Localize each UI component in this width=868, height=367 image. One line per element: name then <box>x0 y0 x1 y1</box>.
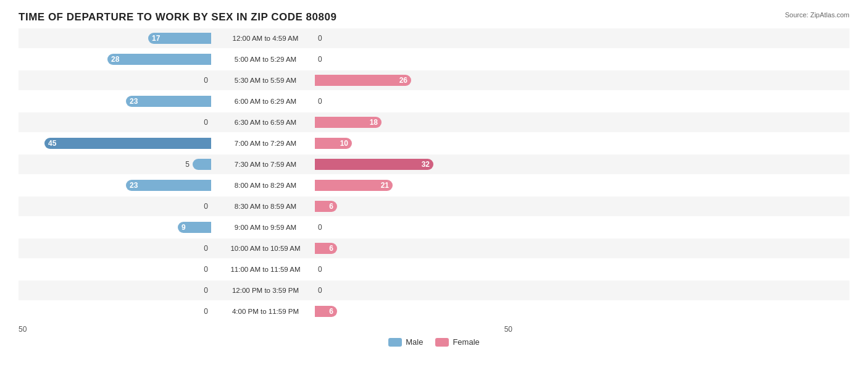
axis-right: 50 <box>315 325 512 334</box>
right-section: 18 <box>315 117 512 128</box>
bar-row: 0 4:00 PM to 11:59 PM 6 <box>19 302 849 321</box>
time-label: 4:00 PM to 11:59 PM <box>216 308 315 315</box>
male-bar-wrap: 45 <box>26 138 211 149</box>
female-value-inside: 6 <box>325 307 337 316</box>
bar-row: 9 9:00 AM to 9:59 AM 0 <box>19 217 849 237</box>
female-bar-wrap: 21 <box>315 180 500 191</box>
male-value: 0 <box>196 307 211 316</box>
time-label: 9:00 AM to 9:59 AM <box>216 224 315 231</box>
time-label: 11:00 AM to 11:59 AM <box>216 266 315 273</box>
female-bar: 6 <box>315 201 337 212</box>
bar-row: 28 5:00 AM to 5:29 AM 0 <box>19 49 849 69</box>
chart-container: TIME OF DEPARTURE TO WORK BY SEX IN ZIP … <box>0 0 868 367</box>
female-bar-wrap: 6 <box>315 201 500 212</box>
legend-female: Female <box>435 337 479 347</box>
bar-row: 5 7:30 AM to 7:59 AM 32 <box>19 154 849 174</box>
legend-male-label: Male <box>406 337 423 347</box>
bar-row: 45 7:00 AM to 7:29 AM 10 <box>19 133 849 153</box>
male-value-inside: 9 <box>178 223 190 232</box>
male-value: 0 <box>196 118 211 127</box>
bar-row: 23 6:00 AM to 6:29 AM 0 <box>19 91 849 111</box>
female-bar: 21 <box>315 180 393 191</box>
legend-male: Male <box>388 337 423 347</box>
female-value-inside: 32 <box>418 160 433 169</box>
legend-male-box <box>388 338 402 347</box>
female-value-inside: 21 <box>377 181 393 190</box>
male-bar-wrap: 0 <box>26 307 211 316</box>
right-section: 0 <box>315 97 512 106</box>
bar-row: 23 8:00 AM to 8:29 AM 21 <box>19 175 849 195</box>
axis-right-label: 50 <box>504 325 512 334</box>
right-section: 10 <box>315 138 512 149</box>
time-label: 6:30 AM to 6:59 AM <box>216 119 315 126</box>
left-section: 23 <box>19 180 216 191</box>
male-value: 0 <box>196 265 211 274</box>
bar-row: 17 12:00 AM to 4:59 AM 0 <box>19 28 849 48</box>
time-label: 12:00 PM to 3:59 PM <box>216 287 315 294</box>
right-section: 26 <box>315 75 512 86</box>
female-bar-wrap: 0 <box>315 34 500 43</box>
female-bar: 6 <box>315 243 337 254</box>
female-bar-wrap: 32 <box>315 159 500 170</box>
male-bar-wrap: 9 <box>26 222 211 233</box>
bar-row: 0 6:30 AM to 6:59 AM 18 <box>19 112 849 132</box>
left-section: 0 <box>19 286 216 295</box>
female-value: 0 <box>315 97 330 106</box>
female-bar-wrap: 0 <box>315 286 500 295</box>
female-value: 0 <box>315 34 330 43</box>
bottom-axis: 50 50 <box>19 325 849 334</box>
male-bar-wrap: 23 <box>26 96 211 107</box>
female-value: 0 <box>315 286 330 295</box>
male-bar-wrap: 23 <box>26 180 211 191</box>
male-bar: 23 <box>126 96 211 107</box>
female-bar-wrap: 0 <box>315 97 500 106</box>
bar-row: 0 8:30 AM to 8:59 AM 6 <box>19 196 849 216</box>
male-bar-wrap: 0 <box>26 118 211 127</box>
male-value-inside: 45 <box>44 139 60 148</box>
left-section: 0 <box>19 265 216 274</box>
right-section: 32 <box>315 159 512 170</box>
male-value: 0 <box>196 286 211 295</box>
left-section: 9 <box>19 222 216 233</box>
bar-row: 0 11:00 AM to 11:59 AM 0 <box>19 259 849 279</box>
left-section: 45 <box>19 138 216 149</box>
left-section: 0 <box>19 202 216 211</box>
female-bar-wrap: 0 <box>315 265 500 274</box>
right-section: 0 <box>315 286 512 295</box>
female-bar-wrap: 26 <box>315 75 500 86</box>
female-value: 0 <box>315 55 330 64</box>
time-label: 5:00 AM to 5:29 AM <box>216 56 315 63</box>
right-section: 6 <box>315 243 512 254</box>
female-bar: 18 <box>315 117 382 128</box>
female-bar: 10 <box>315 138 352 149</box>
female-bar-wrap: 0 <box>315 55 500 64</box>
male-bar-wrap: 5 <box>26 159 211 170</box>
left-section: 0 <box>19 118 216 127</box>
male-bar: 45 <box>44 138 211 149</box>
male-value-inside: 28 <box>107 55 123 64</box>
right-section: 21 <box>315 180 512 191</box>
female-value-inside: 6 <box>325 202 337 211</box>
time-label: 7:00 AM to 7:29 AM <box>216 140 315 147</box>
male-value: 5 <box>178 160 193 169</box>
male-value: 0 <box>196 76 211 85</box>
time-label: 6:00 AM to 6:29 AM <box>216 98 315 105</box>
female-bar-wrap: 6 <box>315 243 500 254</box>
bar-row: 0 5:30 AM to 5:59 AM 26 <box>19 70 849 90</box>
chart-area: 17 12:00 AM to 4:59 AM 0 28 5:00 AM to 5… <box>19 28 849 321</box>
male-bar <box>193 159 211 170</box>
left-section: 17 <box>19 33 216 44</box>
female-value-inside: 6 <box>325 244 337 253</box>
left-section: 23 <box>19 96 216 107</box>
axis-left-label: 50 <box>19 325 27 334</box>
female-value-inside: 26 <box>396 76 411 85</box>
right-section: 0 <box>315 55 512 64</box>
female-bar-wrap: 18 <box>315 117 500 128</box>
female-bar: 6 <box>315 306 337 317</box>
male-value-inside: 17 <box>148 34 164 43</box>
time-label: 7:30 AM to 7:59 AM <box>216 161 315 168</box>
male-bar-wrap: 0 <box>26 244 211 253</box>
female-value-inside: 10 <box>336 139 352 148</box>
male-bar-wrap: 0 <box>26 265 211 274</box>
female-bar-wrap: 0 <box>315 223 500 232</box>
